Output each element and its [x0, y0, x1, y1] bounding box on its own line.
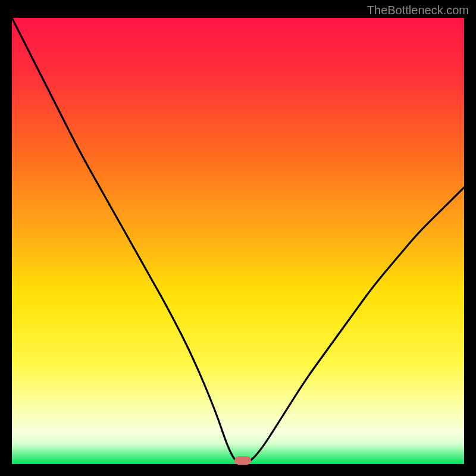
- attribution-text: TheBottleneck.com: [367, 4, 469, 17]
- bottleneck-curve: [12, 18, 464, 464]
- plot-area: [12, 18, 464, 464]
- minimum-marker: [234, 456, 251, 465]
